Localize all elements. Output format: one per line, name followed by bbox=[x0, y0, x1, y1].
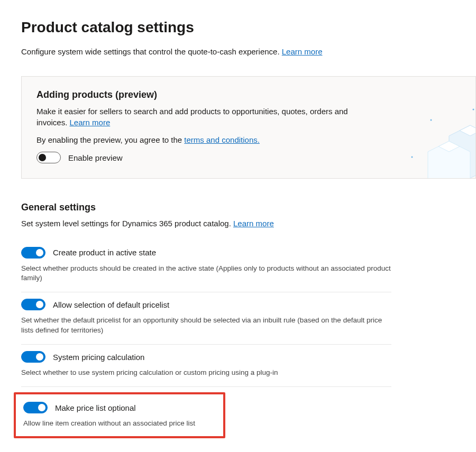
terms-and-conditions-link[interactable]: terms and conditions. bbox=[184, 135, 260, 144]
setting-desc: Select whether to use system pricing cal… bbox=[21, 368, 391, 378]
setting-create-product-active: Create product in active state Select wh… bbox=[21, 241, 391, 293]
setting-toggle-row: Make price list optional bbox=[23, 402, 216, 413]
product-catalog-settings-page: Product catalog settings Configure syste… bbox=[0, 0, 476, 452]
preview-card-title: Adding products (preview) bbox=[36, 88, 461, 102]
general-settings-title: General settings bbox=[21, 201, 455, 214]
general-learn-more-link[interactable]: Learn more bbox=[233, 219, 274, 228]
enable-preview-toggle[interactable] bbox=[36, 152, 61, 163]
setting-toggle-row: Allow selection of default pricelist bbox=[21, 299, 391, 310]
setting-default-pricelist: Allow selection of default pricelist Set… bbox=[21, 292, 391, 345]
setting-toggle-row: System pricing calculation bbox=[21, 351, 391, 363]
setting-label: System pricing calculation bbox=[53, 352, 144, 363]
preview-learn-more-link[interactable]: Learn more bbox=[70, 118, 111, 127]
setting-label: Allow selection of default pricelist bbox=[53, 299, 169, 310]
pricelist-optional-toggle[interactable] bbox=[23, 402, 48, 413]
setting-desc: Select whether products should be create… bbox=[21, 264, 391, 284]
svg-point-7 bbox=[473, 109, 474, 110]
setting-desc: Set whether the default pricelist for an… bbox=[21, 316, 391, 336]
create-product-active-toggle[interactable] bbox=[21, 247, 45, 259]
toggle-knob bbox=[39, 154, 46, 161]
preview-terms-line: By enabling the preview, you agree to th… bbox=[36, 134, 364, 145]
enable-preview-toggle-label: Enable preview bbox=[68, 152, 123, 163]
toggle-knob bbox=[38, 404, 45, 411]
svg-marker-3 bbox=[438, 141, 460, 152]
system-pricing-toggle[interactable] bbox=[21, 351, 45, 363]
svg-marker-2 bbox=[460, 125, 476, 136]
enable-preview-toggle-row: Enable preview bbox=[36, 152, 461, 163]
toggle-knob bbox=[36, 249, 43, 256]
toggle-knob bbox=[36, 301, 43, 308]
setting-desc: Allow line item creation without an asso… bbox=[23, 419, 216, 429]
svg-point-6 bbox=[431, 119, 432, 121]
preview-illustration bbox=[380, 99, 476, 179]
highlighted-setting-pricelist-optional: Make price list optional Allow line item… bbox=[14, 392, 225, 438]
toggle-knob bbox=[36, 353, 43, 361]
adding-products-preview-card: Adding products (preview) Make it easier… bbox=[21, 76, 476, 179]
setting-label: Create product in active state bbox=[53, 247, 156, 258]
setting-system-pricing: System pricing calculation Select whethe… bbox=[21, 345, 391, 387]
default-pricelist-toggle[interactable] bbox=[21, 299, 45, 310]
general-settings-section: General settings Set system level settin… bbox=[21, 201, 476, 438]
page-subtitle-text: Configure system wide settings that cont… bbox=[21, 47, 280, 56]
general-settings-subtitle-text: Set system level settings for Dynamics 3… bbox=[21, 219, 231, 228]
page-title: Product catalog settings bbox=[21, 17, 476, 38]
preview-card-desc: Make it easier for sellers to search and… bbox=[36, 106, 364, 128]
setting-label: Make price list optional bbox=[55, 402, 136, 413]
preview-terms-prefix: By enabling the preview, you agree to th… bbox=[36, 135, 184, 144]
learn-more-header-link[interactable]: Learn more bbox=[282, 47, 323, 56]
general-settings-subtitle: Set system level settings for Dynamics 3… bbox=[21, 218, 455, 229]
setting-toggle-row: Create product in active state bbox=[21, 247, 391, 259]
page-subtitle: Configure system wide settings that cont… bbox=[21, 46, 476, 57]
